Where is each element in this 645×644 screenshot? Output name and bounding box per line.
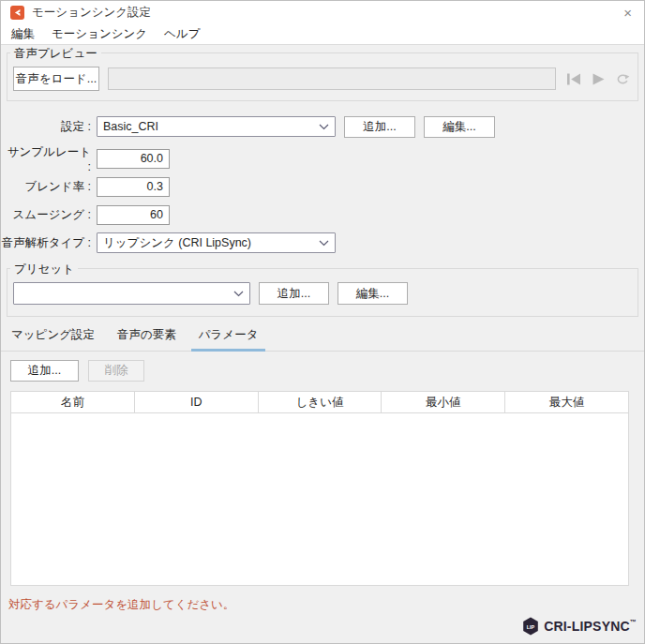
blend-rate-input[interactable] xyxy=(97,177,170,197)
sample-rate-label: サンプルレート : xyxy=(1,144,91,173)
analysis-type-select[interactable]: リップシンク (CRI LipSync) xyxy=(97,232,336,253)
parameter-table-header: 名前 ID しきい値 最小値 最大値 xyxy=(10,391,629,413)
tab-bar: マッピング設定 音声の要素 パラメータ xyxy=(1,323,644,352)
parameter-table-body[interactable] xyxy=(10,413,629,586)
settings-edit-button[interactable]: 編集... xyxy=(424,116,495,138)
settings-add-button[interactable]: 追加... xyxy=(344,116,415,138)
settings-form: 設定 : Basic_CRI 追加... 編集... サンプルレート : ブレン… xyxy=(1,116,644,253)
chevron-down-icon xyxy=(319,124,329,130)
close-icon[interactable]: × xyxy=(623,6,632,20)
settings-select[interactable]: Basic_CRI xyxy=(97,116,336,137)
parameter-table: 名前 ID しきい値 最小値 最大値 xyxy=(10,391,629,586)
analysis-type-row: 音声解析タイプ : リップシンク (CRI LipSync) xyxy=(1,232,644,253)
menubar: 編集 モーションシンク ヘルプ xyxy=(1,23,644,45)
smoothing-row: スムージング : xyxy=(1,204,644,225)
skip-to-start-icon[interactable] xyxy=(565,72,582,86)
menu-edit[interactable]: 編集 xyxy=(3,26,43,42)
window-title: モーションシンク設定 xyxy=(32,5,151,21)
cri-app-icon xyxy=(10,6,24,20)
trademark-symbol: ™ xyxy=(630,619,637,625)
column-header-id[interactable]: ID xyxy=(135,392,259,412)
preset-group: プリセット 追加... 編集... xyxy=(7,268,638,317)
sample-rate-input[interactable] xyxy=(97,149,170,169)
lip-hexagon-icon: LIP xyxy=(522,617,539,636)
audio-file-path-field xyxy=(108,67,556,90)
chevron-down-icon xyxy=(233,291,244,297)
preset-group-label: プリセット xyxy=(10,262,78,277)
audio-preview-group-label: 音声プレビュー xyxy=(10,46,101,62)
svg-text:LIP: LIP xyxy=(527,624,535,630)
menu-help[interactable]: ヘルプ xyxy=(156,26,208,42)
preset-add-button[interactable]: 追加... xyxy=(259,282,329,305)
menu-motion-sync[interactable]: モーションシンク xyxy=(43,26,156,42)
smoothing-input[interactable] xyxy=(97,205,170,225)
loop-icon[interactable] xyxy=(615,72,630,85)
motion-sync-settings-window: モーションシンク設定 × 編集 モーションシンク ヘルプ 音声プレビュー 音声を… xyxy=(0,0,645,644)
column-header-threshold[interactable]: しきい値 xyxy=(259,392,382,412)
empty-parameters-message: 対応するパラメータを追加してください。 xyxy=(8,597,644,613)
settings-row: 設定 : Basic_CRI 追加... 編集... xyxy=(1,116,644,137)
settings-label: 設定 : xyxy=(1,119,91,135)
load-audio-button[interactable]: 音声をロード... xyxy=(13,67,99,91)
column-header-max[interactable]: 最大値 xyxy=(505,392,628,412)
brand-wordmark: CRI-LIPSYNC™ xyxy=(544,619,637,634)
tab-mapping-settings[interactable]: マッピング設定 xyxy=(10,323,96,351)
cri-lipsync-brand: LIP CRI-LIPSYNC™ xyxy=(522,617,637,636)
parameter-add-button[interactable]: 追加... xyxy=(10,360,79,382)
play-icon[interactable] xyxy=(591,72,607,86)
audio-preview-group: 音声プレビュー 音声をロード... xyxy=(7,52,638,101)
preset-select[interactable] xyxy=(13,282,250,305)
tab-parameters[interactable]: パラメータ xyxy=(198,323,260,351)
smoothing-label: スムージング : xyxy=(1,207,91,223)
analysis-type-label: 音声解析タイプ : xyxy=(1,235,91,251)
parameter-delete-button: 削除 xyxy=(88,360,144,382)
preset-edit-button[interactable]: 編集... xyxy=(338,282,408,305)
chevron-down-icon xyxy=(319,240,329,247)
parameter-toolbar: 追加... 削除 xyxy=(10,360,644,382)
column-header-name[interactable]: 名前 xyxy=(11,392,135,412)
column-header-min[interactable]: 最小値 xyxy=(382,392,505,412)
tab-audio-elements[interactable]: 音声の要素 xyxy=(116,323,177,351)
titlebar: モーションシンク設定 × xyxy=(1,1,644,23)
transport-controls xyxy=(565,72,630,86)
blend-rate-row: ブレンド率 : xyxy=(1,176,644,197)
blend-rate-label: ブレンド率 : xyxy=(1,179,91,195)
sample-rate-row: サンプルレート : xyxy=(1,148,644,169)
